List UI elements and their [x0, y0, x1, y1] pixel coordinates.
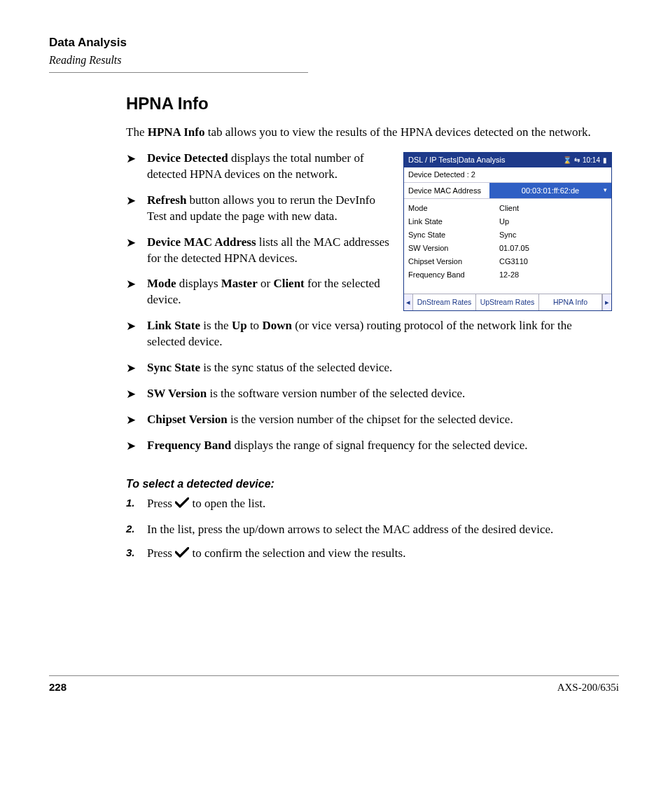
feature-list-item: Device MAC Address lists all the MAC add… — [126, 235, 612, 267]
feature-list-item: Sync State is the sync status of the sel… — [126, 360, 612, 376]
feature-list-item: Refresh button allows you to rerun the D… — [126, 193, 612, 225]
checkmark-icon — [175, 497, 189, 514]
intro-paragraph: The HPNA Info tab allows you to view the… — [126, 125, 612, 141]
feature-list: Device Detected displays the total numbe… — [126, 151, 612, 454]
feature-list-item: Link State is the Up to Down (or vice ve… — [126, 318, 612, 350]
page-footer: 228 AXS-200/635i — [49, 675, 619, 694]
procedure-step: In the list, press the up/down arrows to… — [126, 522, 612, 538]
procedure-step: Press to confirm the selection and view … — [126, 546, 612, 563]
section-heading: HPNA Info — [126, 92, 612, 115]
procedure-heading: To select a detected device: — [126, 476, 612, 492]
checkmark-icon — [175, 547, 189, 563]
page-number: 228 — [49, 680, 67, 694]
content-area: HPNA Info The HPNA Info tab allows you t… — [126, 92, 612, 564]
page-header: Data Analysis Reading Results — [49, 35, 619, 73]
header-subtitle: Reading Results — [49, 53, 619, 68]
product-model: AXS-200/635i — [557, 680, 619, 694]
feature-list-item: Device Detected displays the total numbe… — [126, 151, 612, 183]
feature-list-item: Frequency Band displays the range of sig… — [126, 438, 612, 454]
procedure-step: Press to open the list. — [126, 496, 612, 514]
feature-list-item: SW Version is the software version numbe… — [126, 386, 612, 402]
feature-list-item: Chipset Version is the version number of… — [126, 412, 612, 428]
header-title: Data Analysis — [49, 35, 619, 51]
header-rule — [49, 72, 308, 73]
feature-list-item: Mode displays Master or Client for the s… — [126, 276, 612, 308]
procedure-steps: Press to open the list.In the list, pres… — [126, 496, 612, 564]
